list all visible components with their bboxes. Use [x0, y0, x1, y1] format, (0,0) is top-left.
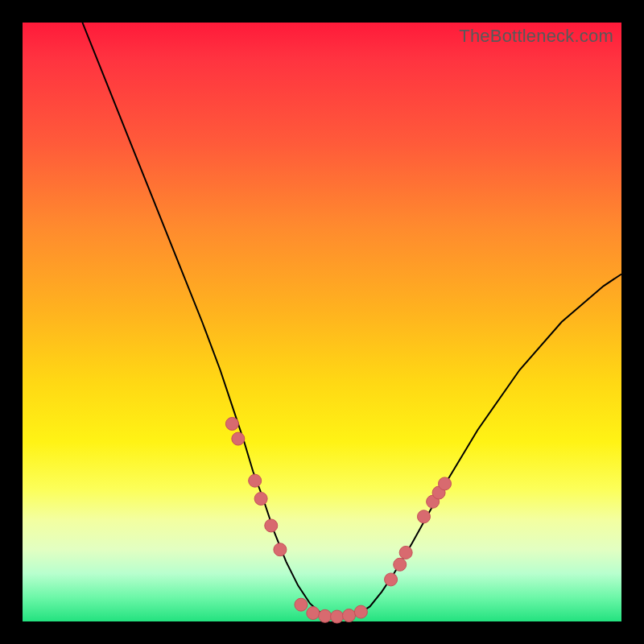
plot-area: TheBottleneck.com [23, 23, 621, 621]
data-marker [274, 543, 287, 556]
data-marker [354, 605, 367, 618]
data-marker [394, 558, 407, 571]
data-marker [249, 474, 262, 487]
data-marker [295, 598, 308, 611]
data-marker [319, 609, 332, 622]
chart-svg [23, 23, 621, 621]
data-marker [439, 477, 452, 490]
data-marker [307, 607, 320, 620]
bottleneck-curve [82, 23, 621, 618]
data-marker [225, 417, 238, 430]
data-marker [254, 492, 267, 505]
data-marker [342, 609, 355, 622]
data-marker [417, 510, 430, 523]
data-marker [331, 610, 344, 623]
data-marker [399, 546, 412, 559]
chart-frame: TheBottleneck.com [23, 23, 621, 621]
markers-group [225, 417, 451, 623]
data-marker [385, 573, 398, 586]
data-marker [265, 519, 278, 532]
data-marker [232, 432, 245, 445]
